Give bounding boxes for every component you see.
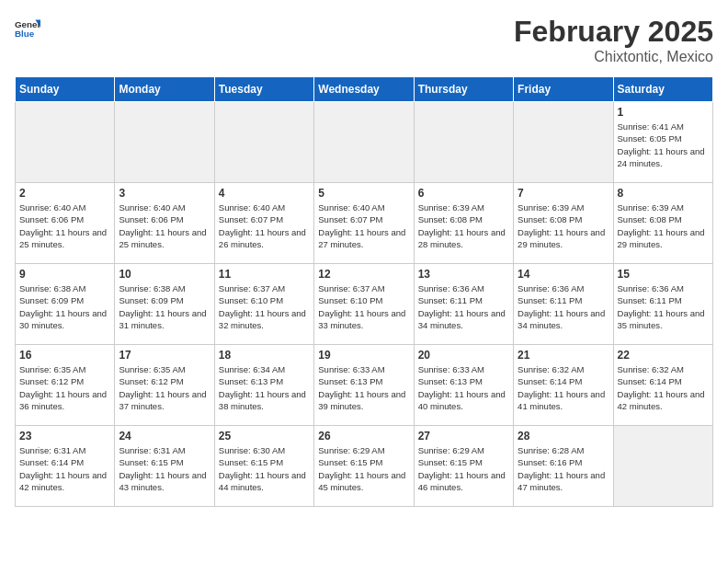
day-detail: Sunrise: 6:32 AMSunset: 6:14 PMDaylight:… bbox=[618, 363, 709, 412]
month-title: February 2025 bbox=[514, 15, 713, 49]
day-detail: Sunrise: 6:36 AMSunset: 6:11 PMDaylight:… bbox=[518, 282, 609, 331]
logo-icon: General Blue bbox=[15, 15, 40, 40]
calendar-cell: 21Sunrise: 6:32 AMSunset: 6:14 PMDayligh… bbox=[514, 345, 613, 426]
calendar-cell: 23Sunrise: 6:31 AMSunset: 6:14 PMDayligh… bbox=[16, 426, 115, 507]
day-number: 27 bbox=[418, 430, 509, 442]
logo: General Blue bbox=[15, 15, 40, 40]
calendar-cell: 28Sunrise: 6:28 AMSunset: 6:16 PMDayligh… bbox=[514, 426, 613, 507]
day-number: 23 bbox=[19, 430, 110, 442]
calendar-cell: 26Sunrise: 6:29 AMSunset: 6:15 PMDayligh… bbox=[314, 426, 414, 507]
calendar-cell: 16Sunrise: 6:35 AMSunset: 6:12 PMDayligh… bbox=[16, 345, 115, 426]
day-number: 4 bbox=[219, 187, 310, 200]
calendar-cell: 6Sunrise: 6:39 AMSunset: 6:08 PMDaylight… bbox=[414, 183, 513, 264]
calendar-cell: 25Sunrise: 6:30 AMSunset: 6:15 PMDayligh… bbox=[214, 426, 313, 507]
day-number: 19 bbox=[318, 349, 409, 362]
day-number: 7 bbox=[518, 187, 609, 200]
day-detail: Sunrise: 6:40 AMSunset: 6:07 PMDaylight:… bbox=[219, 201, 310, 250]
calendar-cell: 22Sunrise: 6:32 AMSunset: 6:14 PMDayligh… bbox=[613, 345, 712, 426]
day-number: 14 bbox=[518, 268, 609, 281]
day-number: 10 bbox=[119, 268, 210, 281]
calendar-cell: 10Sunrise: 6:38 AMSunset: 6:09 PMDayligh… bbox=[115, 264, 214, 345]
calendar-cell: 8Sunrise: 6:39 AMSunset: 6:08 PMDaylight… bbox=[613, 183, 712, 264]
calendar-cell bbox=[613, 426, 712, 507]
calendar-cell bbox=[16, 102, 115, 183]
day-detail: Sunrise: 6:38 AMSunset: 6:09 PMDaylight:… bbox=[119, 282, 210, 331]
calendar-cell: 17Sunrise: 6:35 AMSunset: 6:12 PMDayligh… bbox=[115, 345, 214, 426]
calendar-cell: 14Sunrise: 6:36 AMSunset: 6:11 PMDayligh… bbox=[514, 264, 613, 345]
day-detail: Sunrise: 6:31 AMSunset: 6:14 PMDaylight:… bbox=[19, 444, 110, 493]
day-number: 5 bbox=[318, 187, 409, 200]
day-number: 15 bbox=[618, 268, 709, 281]
day-detail: Sunrise: 6:35 AMSunset: 6:12 PMDaylight:… bbox=[119, 363, 210, 412]
calendar-cell: 5Sunrise: 6:40 AMSunset: 6:07 PMDaylight… bbox=[314, 183, 414, 264]
day-detail: Sunrise: 6:30 AMSunset: 6:15 PMDaylight:… bbox=[219, 444, 310, 493]
calendar-table: SundayMondayTuesdayWednesdayThursdayFrid… bbox=[15, 76, 713, 507]
day-detail: Sunrise: 6:28 AMSunset: 6:16 PMDaylight:… bbox=[518, 444, 609, 493]
page-header: General Blue February 2025 Chixtontic, M… bbox=[15, 15, 713, 65]
day-detail: Sunrise: 6:37 AMSunset: 6:10 PMDaylight:… bbox=[219, 282, 310, 331]
weekday-header-thursday: Thursday bbox=[414, 77, 513, 102]
calendar-cell: 3Sunrise: 6:40 AMSunset: 6:06 PMDaylight… bbox=[115, 183, 214, 264]
calendar-cell: 15Sunrise: 6:36 AMSunset: 6:11 PMDayligh… bbox=[613, 264, 712, 345]
calendar-cell bbox=[115, 102, 214, 183]
day-number: 21 bbox=[518, 349, 609, 362]
calendar-cell: 9Sunrise: 6:38 AMSunset: 6:09 PMDaylight… bbox=[16, 264, 115, 345]
calendar-cell: 27Sunrise: 6:29 AMSunset: 6:15 PMDayligh… bbox=[414, 426, 513, 507]
calendar-cell bbox=[514, 102, 613, 183]
day-detail: Sunrise: 6:41 AMSunset: 6:05 PMDaylight:… bbox=[618, 121, 709, 169]
day-detail: Sunrise: 6:32 AMSunset: 6:14 PMDaylight:… bbox=[518, 363, 609, 412]
day-number: 11 bbox=[219, 268, 310, 281]
day-number: 18 bbox=[219, 349, 310, 362]
day-detail: Sunrise: 6:36 AMSunset: 6:11 PMDaylight:… bbox=[618, 282, 709, 331]
day-detail: Sunrise: 6:33 AMSunset: 6:13 PMDaylight:… bbox=[318, 363, 409, 412]
calendar-cell: 12Sunrise: 6:37 AMSunset: 6:10 PMDayligh… bbox=[314, 264, 414, 345]
day-detail: Sunrise: 6:40 AMSunset: 6:06 PMDaylight:… bbox=[19, 201, 110, 250]
day-detail: Sunrise: 6:40 AMSunset: 6:06 PMDaylight:… bbox=[119, 201, 210, 250]
day-number: 12 bbox=[318, 268, 409, 281]
day-detail: Sunrise: 6:31 AMSunset: 6:15 PMDaylight:… bbox=[119, 444, 210, 493]
day-number: 8 bbox=[618, 187, 709, 200]
calendar-cell bbox=[214, 102, 313, 183]
day-detail: Sunrise: 6:34 AMSunset: 6:13 PMDaylight:… bbox=[219, 363, 310, 412]
day-number: 26 bbox=[318, 430, 409, 442]
day-number: 2 bbox=[19, 187, 110, 200]
day-number: 25 bbox=[219, 430, 310, 442]
day-detail: Sunrise: 6:38 AMSunset: 6:09 PMDaylight:… bbox=[19, 282, 110, 331]
day-detail: Sunrise: 6:33 AMSunset: 6:13 PMDaylight:… bbox=[418, 363, 509, 412]
calendar-cell bbox=[414, 102, 513, 183]
day-number: 22 bbox=[618, 349, 709, 362]
weekday-header-sunday: Sunday bbox=[16, 77, 115, 102]
calendar-cell: 13Sunrise: 6:36 AMSunset: 6:11 PMDayligh… bbox=[414, 264, 513, 345]
day-number: 1 bbox=[618, 106, 709, 119]
weekday-header-wednesday: Wednesday bbox=[314, 77, 414, 102]
day-number: 28 bbox=[518, 430, 609, 442]
day-number: 20 bbox=[418, 349, 509, 362]
calendar-cell: 11Sunrise: 6:37 AMSunset: 6:10 PMDayligh… bbox=[214, 264, 313, 345]
day-detail: Sunrise: 6:39 AMSunset: 6:08 PMDaylight:… bbox=[618, 201, 709, 250]
day-number: 17 bbox=[119, 349, 210, 362]
svg-text:Blue: Blue bbox=[15, 29, 35, 39]
calendar-cell bbox=[314, 102, 414, 183]
day-detail: Sunrise: 6:37 AMSunset: 6:10 PMDaylight:… bbox=[318, 282, 409, 331]
weekday-header-monday: Monday bbox=[115, 77, 214, 102]
calendar-cell: 20Sunrise: 6:33 AMSunset: 6:13 PMDayligh… bbox=[414, 345, 513, 426]
day-detail: Sunrise: 6:29 AMSunset: 6:15 PMDaylight:… bbox=[318, 444, 409, 493]
weekday-header-tuesday: Tuesday bbox=[214, 77, 313, 102]
weekday-header-friday: Friday bbox=[514, 77, 613, 102]
day-number: 6 bbox=[418, 187, 509, 200]
calendar-cell: 2Sunrise: 6:40 AMSunset: 6:06 PMDaylight… bbox=[16, 183, 115, 264]
day-number: 13 bbox=[418, 268, 509, 281]
day-number: 16 bbox=[19, 349, 110, 362]
day-detail: Sunrise: 6:36 AMSunset: 6:11 PMDaylight:… bbox=[418, 282, 509, 331]
calendar-cell: 19Sunrise: 6:33 AMSunset: 6:13 PMDayligh… bbox=[314, 345, 414, 426]
day-detail: Sunrise: 6:40 AMSunset: 6:07 PMDaylight:… bbox=[318, 201, 409, 250]
day-detail: Sunrise: 6:29 AMSunset: 6:15 PMDaylight:… bbox=[418, 444, 509, 493]
day-number: 3 bbox=[119, 187, 210, 200]
day-detail: Sunrise: 6:39 AMSunset: 6:08 PMDaylight:… bbox=[518, 201, 609, 250]
day-number: 24 bbox=[119, 430, 210, 442]
calendar-cell: 7Sunrise: 6:39 AMSunset: 6:08 PMDaylight… bbox=[514, 183, 613, 264]
day-number: 9 bbox=[19, 268, 110, 281]
day-detail: Sunrise: 6:35 AMSunset: 6:12 PMDaylight:… bbox=[19, 363, 110, 412]
title-section: February 2025 Chixtontic, Mexico bbox=[514, 15, 713, 65]
location-title: Chixtontic, Mexico bbox=[514, 49, 713, 65]
